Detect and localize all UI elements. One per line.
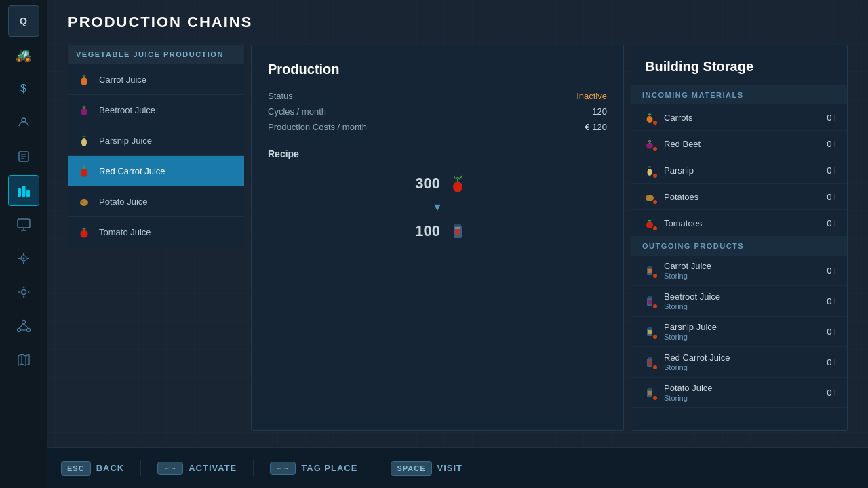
svg-rect-48	[648, 269, 652, 273]
svg-point-44	[651, 198, 652, 199]
recipe-item-potato-juice[interactable]: Potato Juice	[68, 186, 244, 217]
recipe-item-carrot-juice[interactable]: Carrot Juice	[68, 64, 244, 95]
recipe-item-tomato-juice[interactable]: Tomato Juice	[68, 217, 244, 247]
storage-item-status-beetroot-juice: Storing	[664, 302, 809, 310]
storage-item-carrot-juice: Carrot Juice Storing 0 l	[631, 256, 847, 286]
cycles-label: Cycles / month	[268, 106, 326, 117]
sidebar-item-finance[interactable]: $	[8, 73, 39, 104]
sidebar-item-q[interactable]: Q	[8, 5, 39, 37]
svg-point-30	[80, 199, 88, 206]
storage-item-amount-parsnip-juice: 0 l	[816, 327, 836, 337]
back-label: BACK	[96, 463, 125, 473]
storage-item-right-beetroot-juice: 0 l	[816, 296, 836, 306]
sidebar: Q 🚜 $	[0, 0, 47, 488]
recipe-icon-tomato-juice	[76, 224, 92, 240]
storage-item-info-potato-juice: Potato Juice Storing	[664, 383, 809, 402]
storage-item-name-red-carrot-juice: Red Carrot Juice	[664, 352, 809, 363]
svg-point-39	[647, 116, 653, 123]
svg-rect-50	[648, 296, 652, 298]
costs-value: € 120	[585, 122, 607, 132]
visit-button[interactable]: SPACE VISIT	[391, 461, 462, 476]
page-title: Production Chains	[68, 14, 848, 31]
divider-1	[140, 460, 141, 476]
production-panel-title: Production	[268, 62, 607, 77]
back-button[interactable]: ESC BACK	[61, 461, 124, 476]
building-storage-panel: Building Storage Incoming Materials	[631, 45, 848, 431]
storage-icon-carrots	[642, 110, 657, 125]
svg-point-34	[453, 182, 462, 192]
storage-scroll[interactable]: Incoming Materials Carrots	[631, 85, 847, 430]
storage-item-name-carrots: Carrots	[664, 113, 809, 123]
recipe-name-carrot-juice: Carrot Juice	[99, 75, 146, 85]
svg-point-26	[81, 77, 87, 85]
arrow-down-icon: ▼	[432, 201, 443, 214]
sidebar-item-machinery[interactable]	[8, 243, 39, 274]
activate-button[interactable]: ←→ ACTIVATE	[157, 462, 237, 475]
svg-point-42	[646, 195, 654, 201]
costs-row: Production Costs / month € 120	[268, 122, 607, 132]
svg-point-33	[81, 230, 88, 238]
recipe-name-parsnip-juice: Parsnip Juice	[99, 136, 152, 146]
svg-rect-53	[648, 327, 652, 329]
sidebar-item-monitor[interactable]	[8, 209, 39, 240]
tag-place-key: ←→	[270, 462, 296, 475]
storage-item-parsnip-juice-out: Parsnip Juice Storing 0 l	[631, 317, 847, 347]
cycles-value: 120	[592, 106, 607, 117]
svg-rect-37	[455, 228, 460, 235]
storage-icon-potato-juice-out	[642, 385, 657, 400]
storage-item-amount-red-carrot-juice: 0 l	[816, 357, 836, 367]
storage-item-right-tomatoes: 0 l	[816, 218, 836, 228]
svg-rect-51	[648, 300, 652, 304]
outgoing-products-header: Outgoing Products	[631, 237, 847, 256]
ingredient-amount-300: 300	[406, 175, 440, 192]
storage-item-potato-juice-out: Potato Juice Storing 0 l	[631, 378, 847, 408]
recipe-name-beetroot-juice: Beetroot Juice	[99, 105, 155, 115]
recipe-item-beetroot-juice[interactable]: Beetroot Juice	[68, 95, 244, 125]
sidebar-item-vehicles[interactable]: 🚜	[8, 39, 39, 70]
svg-rect-60	[648, 391, 652, 395]
storage-item-info-potatoes: Potatoes	[664, 192, 809, 202]
recipe-item-red-carrot-juice[interactable]: Red Carrot Juice	[68, 156, 244, 186]
space-key: SPACE	[391, 461, 431, 476]
recipe-list-panel: Vegetable Juice Production Carrot Juice	[68, 45, 244, 431]
svg-point-32	[85, 203, 87, 204]
svg-point-31	[81, 201, 83, 203]
svg-point-29	[81, 169, 87, 177]
recipe-item-parsnip-juice[interactable]: Parsnip Juice	[68, 125, 244, 156]
ingredient-icon-juice	[447, 220, 469, 242]
storage-item-info-parsnip: Parsnip	[664, 165, 809, 176]
storage-item-right-parsnip: 0 l	[816, 165, 836, 176]
storage-item-info-red-beet: Red Beet	[664, 139, 809, 149]
storage-item-status-red-carrot-juice: Storing	[664, 363, 809, 371]
storage-item-info-beetroot-juice: Beetroot Juice Storing	[664, 291, 809, 310]
storage-icon-tomatoes	[642, 216, 657, 230]
recipe-name-potato-juice: Potato Juice	[99, 197, 148, 207]
tag-place-button[interactable]: ←→ TAG PLACE	[270, 462, 357, 475]
sidebar-item-network[interactable]	[8, 310, 39, 342]
sidebar-item-tasks[interactable]	[8, 141, 39, 172]
sidebar-item-livestock[interactable]	[8, 107, 39, 138]
storage-icon-carrot-juice-out	[642, 263, 657, 278]
svg-point-19	[17, 329, 20, 332]
recipe-icon-carrot-juice	[76, 71, 92, 87]
svg-rect-5	[18, 188, 21, 197]
recipe-icon-beetroot-juice	[76, 102, 92, 118]
storage-item-potatoes: Potatoes 0 l	[631, 184, 847, 210]
storage-item-right-red-carrot-juice: 0 l	[816, 357, 836, 367]
svg-point-17	[21, 290, 26, 295]
status-label: Status	[268, 91, 293, 101]
svg-rect-7	[26, 190, 30, 197]
storage-icon-parsnip	[642, 163, 657, 178]
svg-point-41	[648, 169, 652, 176]
sidebar-item-production[interactable]	[8, 175, 39, 206]
storage-item-red-carrot-juice-out: Red Carrot Juice Storing 0 l	[631, 347, 847, 378]
sidebar-item-map[interactable]	[8, 344, 39, 375]
svg-rect-38	[455, 227, 460, 229]
storage-panel-title: Building Storage	[645, 59, 833, 75]
incoming-materials-header: Incoming Materials	[631, 85, 847, 104]
activate-label: ACTIVATE	[189, 463, 237, 473]
storage-item-right-potatoes: 0 l	[816, 192, 836, 202]
svg-point-28	[81, 138, 87, 146]
sidebar-item-settings[interactable]	[8, 277, 39, 308]
storage-item-name-beetroot-juice: Beetroot Juice	[664, 291, 809, 302]
